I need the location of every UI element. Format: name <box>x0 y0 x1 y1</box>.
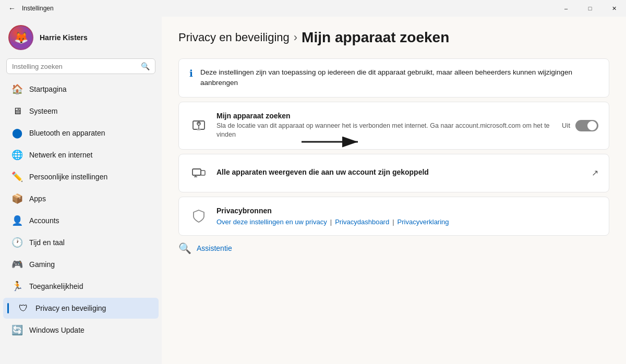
toggle-area: Uit <box>562 120 598 131</box>
privacy-shield-icon <box>189 207 208 225</box>
persoonlijk-icon: ✏️ <box>11 171 23 183</box>
sidebar-item-label: Netwerk en internet <box>29 151 92 159</box>
sidebar-item-label: Privacy en beveiliging <box>35 304 106 312</box>
find-device-toggle[interactable] <box>575 120 598 131</box>
apps-icon: 📦 <box>11 193 23 204</box>
avatar: 🦊 <box>8 25 33 50</box>
privacy-sep-1: | <box>330 218 332 226</box>
close-button[interactable]: ✕ <box>602 0 626 17</box>
sidebar-item-label: Windows Update <box>29 326 85 334</box>
toggle-label: Uit <box>562 122 570 129</box>
info-banner: ℹ Deze instellingen zijn van toepassing … <box>178 58 609 98</box>
devices-icon <box>191 166 206 180</box>
device-location-icon <box>191 118 206 133</box>
find-device-card: Mijn apparaat zoeken Sla de locatie van … <box>178 102 609 150</box>
sidebar-item-label: Tijd en taal <box>29 238 65 247</box>
search-box[interactable]: 🔍 <box>6 58 155 74</box>
breadcrumb-current: Mijn apparaat zoeken <box>302 29 449 46</box>
sidebar-item-label: Bluetooth en apparaten <box>29 129 105 137</box>
sidebar-item-tijd[interactable]: 🕐 Tijd en taal <box>3 232 159 253</box>
all-devices-content: Alle apparaten weergeven die aan uw acco… <box>216 168 583 178</box>
sidebar-item-toegankelijkheid[interactable]: 🏃 Toegankelijkheid <box>3 276 159 297</box>
privacy-icon: 🛡 <box>18 302 29 314</box>
sidebar-item-accounts[interactable]: 👤 Accounts <box>3 210 159 231</box>
avatar-graphic: 🦊 <box>9 26 32 49</box>
find-device-icon <box>189 116 208 135</box>
toggle-knob <box>587 121 597 130</box>
titlebar-left: ← Instellingen <box>6 4 54 13</box>
titlebar-title: Instellingen <box>22 5 54 12</box>
sidebar-item-startpagina[interactable]: 🏠 Startpagina <box>3 79 159 100</box>
breadcrumb: Privacy en beveiliging › Mijn apparaat z… <box>178 29 609 46</box>
sidebar-item-apps[interactable]: 📦 Apps <box>3 188 159 209</box>
sidebar-item-label: Gaming <box>29 260 55 269</box>
svg-text:🦊: 🦊 <box>14 31 29 45</box>
active-indicator <box>7 303 9 313</box>
all-devices-card[interactable]: Alle apparaten weergeven die aan uw acco… <box>178 154 609 192</box>
privacy-content: Privacybronnen Over deze instellingen en… <box>216 207 598 226</box>
find-device-content: Mijn apparaat zoeken Sla de locatie van … <box>216 112 553 140</box>
sidebar-item-label: Persoonlijke instellingen <box>29 173 107 181</box>
all-devices-icon <box>189 164 208 183</box>
find-device-desc: Sla de locatie van dit apparaat op wanne… <box>216 122 553 140</box>
toegankelijkheid-icon: 🏃 <box>11 281 23 292</box>
titlebar-controls: – □ ✕ <box>554 0 626 17</box>
svg-rect-9 <box>192 169 201 175</box>
titlebar: ← Instellingen – □ ✕ <box>0 0 626 17</box>
sidebar-item-bluetooth[interactable]: ⬤ Bluetooth en apparaten <box>3 123 159 143</box>
sidebar-item-persoonlijk[interactable]: ✏️ Persoonlijke instellingen <box>3 166 159 187</box>
main-content: Privacy en beveiliging › Mijn apparaat z… <box>162 17 626 364</box>
netwerk-icon: 🌐 <box>11 149 23 161</box>
maximize-button[interactable]: □ <box>578 0 602 17</box>
search-icon: 🔍 <box>141 62 150 70</box>
sidebar-item-privacy[interactable]: 🛡 Privacy en beveiliging <box>3 298 159 319</box>
app-body: 🦊 Harrie Kisters 🔍 🏠 Startpagina 🖥 Syste… <box>0 17 626 364</box>
sidebar: 🦊 Harrie Kisters 🔍 🏠 Startpagina 🖥 Syste… <box>0 17 162 364</box>
sidebar-item-label: Accounts <box>29 216 59 225</box>
minimize-button[interactable]: – <box>554 0 578 17</box>
sidebar-item-netwerk[interactable]: 🌐 Netwerk en internet <box>3 144 159 165</box>
privacy-sep-2: | <box>392 218 394 226</box>
assistant-section: 🔍 Assistentie <box>178 242 609 254</box>
bluetooth-icon: ⬤ <box>11 127 23 139</box>
privacy-link-1[interactable]: Over deze instellingen en uw privacy <box>216 218 327 226</box>
all-devices-title: Alle apparaten weergeven die aan uw acco… <box>216 168 583 176</box>
svg-rect-10 <box>201 171 205 175</box>
content-wrapper: Privacy en beveiliging › Mijn apparaat z… <box>162 17 626 364</box>
windows-update-icon: 🔄 <box>11 324 23 336</box>
info-text: Deze instellingen zijn van toepassing op… <box>200 67 598 89</box>
assistant-link[interactable]: Assistentie <box>197 244 232 252</box>
back-button[interactable]: ← <box>6 4 18 13</box>
sidebar-item-label: Startpagina <box>29 85 67 93</box>
user-name: Harrie Kisters <box>40 33 88 42</box>
privacy-card: Privacybronnen Over deze instellingen en… <box>178 197 609 236</box>
search-input[interactable] <box>12 63 137 70</box>
sidebar-item-label: Apps <box>29 195 46 203</box>
privacy-links: Over deze instellingen en uw privacy | P… <box>216 218 598 226</box>
privacy-link-3[interactable]: Privacyverklaring <box>398 218 449 226</box>
systeem-icon: 🖥 <box>11 105 23 117</box>
external-link-icon[interactable]: ↗ <box>592 168 598 178</box>
privacy-sources-title: Privacybronnen <box>216 207 598 215</box>
accounts-icon: 👤 <box>11 215 23 226</box>
breadcrumb-parent: Privacy en beveiliging <box>178 31 290 44</box>
shield-icon <box>191 209 206 223</box>
privacy-link-2[interactable]: Privacydashboard <box>335 218 389 226</box>
sidebar-item-windows-update[interactable]: 🔄 Windows Update <box>3 320 159 341</box>
tijd-icon: 🕐 <box>11 237 23 248</box>
startpagina-icon: 🏠 <box>11 83 23 95</box>
info-icon: ℹ <box>189 68 193 79</box>
breadcrumb-separator: › <box>294 31 297 44</box>
sidebar-item-label: Toegankelijkheid <box>29 282 83 290</box>
gaming-icon: 🎮 <box>11 259 23 270</box>
sidebar-item-gaming[interactable]: 🎮 Gaming <box>3 254 159 275</box>
find-device-title: Mijn apparaat zoeken <box>216 112 553 120</box>
sidebar-item-systeem[interactable]: 🖥 Systeem <box>3 101 159 122</box>
assistant-icon: 🔍 <box>178 242 191 254</box>
sidebar-item-label: Systeem <box>29 107 57 115</box>
user-section: 🦊 Harrie Kisters <box>0 17 162 56</box>
